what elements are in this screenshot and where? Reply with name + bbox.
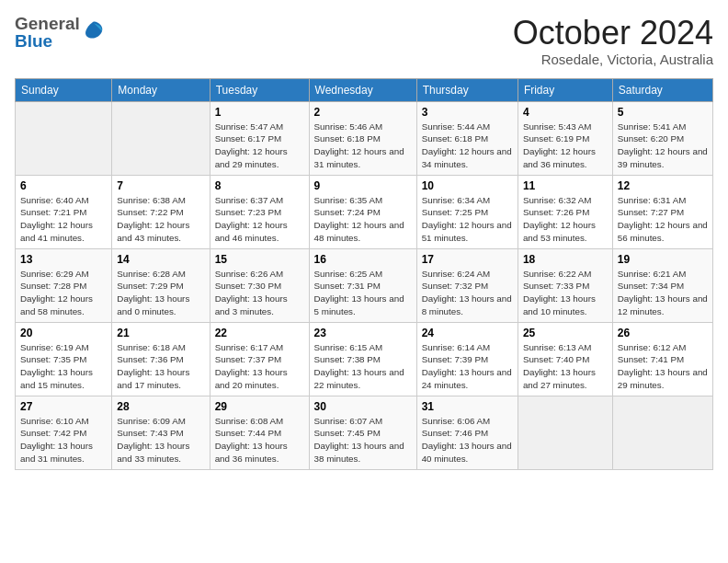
sunset-text: Sunset: 6:18 PM — [314, 133, 381, 144]
day-info: Sunrise: 6:28 AMSunset: 7:29 PMDaylight:… — [117, 268, 204, 318]
calendar-cell: 7Sunrise: 6:38 AMSunset: 7:22 PMDaylight… — [112, 175, 210, 248]
day-info: Sunrise: 6:31 AMSunset: 7:27 PMDaylight:… — [618, 194, 708, 245]
day-info: Sunrise: 6:26 AMSunset: 7:30 PMDaylight:… — [215, 268, 304, 318]
daylight-text: Daylight: 12 hours and 53 minutes. — [523, 220, 596, 243]
calendar-cell: 19Sunrise: 6:21 AMSunset: 7:34 PMDayligh… — [612, 248, 712, 322]
sunrise-text: Sunrise: 6:40 AM — [20, 195, 89, 205]
day-number: 5 — [618, 106, 708, 119]
day-info: Sunrise: 6:17 AMSunset: 7:37 PMDaylight:… — [215, 341, 304, 392]
day-info: Sunrise: 6:18 AMSunset: 7:36 PMDaylight:… — [117, 341, 204, 392]
calendar-cell: 6Sunrise: 6:40 AMSunset: 7:21 PMDaylight… — [16, 175, 112, 248]
sunrise-text: Sunrise: 6:28 AM — [117, 269, 186, 279]
sunset-text: Sunset: 6:19 PM — [523, 133, 589, 144]
sunrise-text: Sunrise: 6:24 AM — [422, 269, 491, 279]
day-info: Sunrise: 6:35 AMSunset: 7:24 PMDaylight:… — [314, 194, 412, 245]
day-number: 25 — [523, 327, 608, 339]
day-info: Sunrise: 6:15 AMSunset: 7:38 PMDaylight:… — [314, 341, 412, 392]
sunset-text: Sunset: 7:27 PM — [618, 207, 684, 217]
day-info: Sunrise: 6:12 AMSunset: 7:41 PMDaylight:… — [618, 341, 708, 392]
daylight-text: Daylight: 13 hours and 38 minutes. — [314, 441, 404, 464]
day-number: 16 — [314, 253, 412, 266]
logo: General Blue — [15, 15, 106, 50]
weekday-header-friday: Friday — [518, 78, 612, 101]
sunset-text: Sunset: 6:18 PM — [422, 133, 488, 144]
day-info: Sunrise: 5:46 AMSunset: 6:18 PMDaylight:… — [314, 121, 412, 171]
sunrise-text: Sunrise: 6:18 AM — [117, 342, 186, 352]
day-info: Sunrise: 6:34 AMSunset: 7:25 PMDaylight:… — [422, 194, 513, 245]
calendar-cell: 24Sunrise: 6:14 AMSunset: 7:39 PMDayligh… — [416, 322, 518, 396]
logo-blue-text: Blue — [15, 31, 52, 51]
daylight-text: Daylight: 13 hours and 12 minutes. — [618, 293, 708, 316]
day-number: 1 — [215, 106, 304, 119]
daylight-text: Daylight: 13 hours and 33 minutes. — [117, 441, 189, 464]
sunrise-text: Sunrise: 6:35 AM — [314, 195, 383, 205]
calendar-week-row-3: 13Sunrise: 6:29 AMSunset: 7:28 PMDayligh… — [16, 248, 713, 322]
calendar-week-row-4: 20Sunrise: 6:19 AMSunset: 7:35 PMDayligh… — [16, 322, 713, 396]
sunrise-text: Sunrise: 6:31 AM — [618, 195, 687, 205]
title-block: October 2024 Rosedale, Victoria, Austral… — [513, 15, 713, 67]
weekday-header-sunday: Sunday — [16, 78, 112, 101]
day-number: 3 — [422, 106, 513, 119]
logo-general-text: General — [15, 14, 80, 33]
sunset-text: Sunset: 7:46 PM — [422, 428, 488, 438]
sunrise-text: Sunrise: 6:19 AM — [20, 342, 89, 352]
calendar-cell: 31Sunrise: 6:06 AMSunset: 7:46 PMDayligh… — [416, 396, 518, 469]
daylight-text: Daylight: 13 hours and 27 minutes. — [523, 367, 596, 390]
sunrise-text: Sunrise: 6:17 AM — [215, 342, 284, 352]
calendar-cell: 20Sunrise: 6:19 AMSunset: 7:35 PMDayligh… — [16, 322, 112, 396]
day-number: 21 — [117, 327, 204, 339]
daylight-text: Daylight: 13 hours and 5 minutes. — [314, 293, 404, 316]
calendar-cell: 27Sunrise: 6:10 AMSunset: 7:42 PMDayligh… — [16, 396, 112, 469]
daylight-text: Daylight: 12 hours and 58 minutes. — [20, 293, 93, 316]
sunrise-text: Sunrise: 6:13 AM — [523, 342, 592, 352]
sunrise-text: Sunrise: 6:22 AM — [523, 269, 592, 279]
logo-bird-icon — [80, 18, 106, 48]
weekday-header-wednesday: Wednesday — [309, 78, 416, 101]
sunset-text: Sunset: 7:44 PM — [215, 428, 281, 438]
day-info: Sunrise: 6:09 AMSunset: 7:43 PMDaylight:… — [117, 415, 204, 465]
daylight-text: Daylight: 12 hours and 56 minutes. — [618, 220, 708, 243]
daylight-text: Daylight: 12 hours and 46 minutes. — [215, 220, 288, 243]
day-number: 14 — [117, 253, 204, 266]
day-number: 24 — [422, 327, 513, 339]
daylight-text: Daylight: 13 hours and 36 minutes. — [215, 441, 288, 464]
day-number: 8 — [215, 179, 304, 192]
daylight-text: Daylight: 13 hours and 3 minutes. — [215, 293, 288, 316]
day-info: Sunrise: 6:24 AMSunset: 7:32 PMDaylight:… — [422, 268, 513, 318]
daylight-text: Daylight: 12 hours and 43 minutes. — [117, 220, 189, 243]
sunset-text: Sunset: 7:23 PM — [215, 207, 281, 217]
day-info: Sunrise: 5:44 AMSunset: 6:18 PMDaylight:… — [422, 121, 513, 171]
calendar-cell: 8Sunrise: 6:37 AMSunset: 7:23 PMDaylight… — [210, 175, 309, 248]
month-title: October 2024 — [513, 15, 713, 52]
sunset-text: Sunset: 7:28 PM — [20, 281, 86, 291]
daylight-text: Daylight: 12 hours and 29 minutes. — [215, 146, 288, 169]
calendar-cell: 10Sunrise: 6:34 AMSunset: 7:25 PMDayligh… — [416, 175, 518, 248]
sunset-text: Sunset: 7:35 PM — [20, 354, 86, 364]
sunrise-text: Sunrise: 6:12 AM — [618, 342, 687, 352]
sunset-text: Sunset: 7:38 PM — [314, 354, 381, 364]
day-number: 6 — [20, 179, 107, 192]
daylight-text: Daylight: 12 hours and 39 minutes. — [618, 146, 708, 169]
day-number: 15 — [215, 253, 304, 266]
sunset-text: Sunset: 7:39 PM — [422, 354, 488, 364]
sunrise-text: Sunrise: 5:46 AM — [314, 121, 383, 132]
calendar-cell: 11Sunrise: 6:32 AMSunset: 7:26 PMDayligh… — [518, 175, 612, 248]
calendar-cell: 2Sunrise: 5:46 AMSunset: 6:18 PMDaylight… — [309, 101, 416, 175]
calendar-table: SundayMondayTuesdayWednesdayThursdayFrid… — [15, 78, 713, 470]
sunrise-text: Sunrise: 6:09 AM — [117, 416, 186, 426]
sunrise-text: Sunrise: 6:15 AM — [314, 342, 383, 352]
day-number: 9 — [314, 179, 412, 192]
calendar-cell: 13Sunrise: 6:29 AMSunset: 7:28 PMDayligh… — [16, 248, 112, 322]
calendar-cell: 28Sunrise: 6:09 AMSunset: 7:43 PMDayligh… — [112, 396, 210, 469]
calendar-cell: 15Sunrise: 6:26 AMSunset: 7:30 PMDayligh… — [210, 248, 309, 322]
daylight-text: Daylight: 12 hours and 48 minutes. — [314, 220, 404, 243]
sunset-text: Sunset: 7:21 PM — [20, 207, 86, 217]
calendar-cell: 18Sunrise: 6:22 AMSunset: 7:33 PMDayligh… — [518, 248, 612, 322]
calendar-cell: 3Sunrise: 5:44 AMSunset: 6:18 PMDaylight… — [416, 101, 518, 175]
day-info: Sunrise: 5:41 AMSunset: 6:20 PMDaylight:… — [618, 121, 708, 171]
day-info: Sunrise: 6:06 AMSunset: 7:46 PMDaylight:… — [422, 415, 513, 465]
calendar-cell: 1Sunrise: 5:47 AMSunset: 6:17 PMDaylight… — [210, 101, 309, 175]
day-info: Sunrise: 6:10 AMSunset: 7:42 PMDaylight:… — [20, 415, 107, 465]
sunrise-text: Sunrise: 6:26 AM — [215, 269, 284, 279]
sunset-text: Sunset: 7:40 PM — [523, 354, 589, 364]
